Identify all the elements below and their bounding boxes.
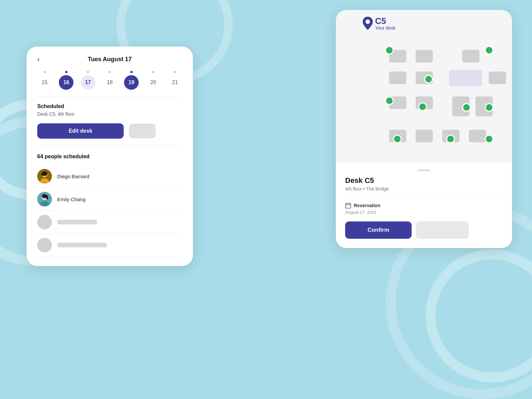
svg-point-4: [41, 173, 43, 176]
calendar-icon: [345, 202, 351, 208]
calendar-dot-row: [37, 71, 182, 73]
avatar: [37, 169, 52, 184]
cal-day-18[interactable]: 18: [102, 75, 117, 90]
cal-dot-15: [37, 71, 52, 73]
desk-indicator: [385, 96, 394, 105]
desk-indicator: [385, 46, 394, 55]
person-name: Emily Chang: [57, 197, 85, 202]
desk-block: [449, 70, 482, 86]
desk-subtitle: Your desk: [375, 25, 396, 31]
svg-point-10: [365, 20, 370, 24]
avatar-placeholder: [37, 238, 52, 252]
divider-2: [37, 145, 182, 146]
list-item: [37, 234, 182, 257]
desk-block: [462, 50, 479, 63]
cal-day-15[interactable]: 15: [37, 75, 52, 90]
desk-indicator: [462, 103, 471, 112]
avatar: [37, 192, 52, 206]
back-button[interactable]: ‹: [37, 55, 40, 64]
name-placeholder: [57, 243, 107, 247]
cal-dot-21: [168, 71, 182, 73]
people-count: 64 people scheduled: [37, 154, 182, 160]
desk-label-text: C5 Your desk: [375, 17, 396, 31]
cal-day-19[interactable]: 19: [124, 75, 139, 90]
person-name: Diego Barnard: [57, 174, 89, 179]
desk-code: C5: [375, 17, 396, 25]
desk-indicator: [446, 135, 455, 143]
scheduled-desk: Desk C5, 4th floor: [37, 111, 182, 117]
desk-block: [469, 130, 486, 142]
svg-rect-11: [345, 203, 351, 208]
edit-desk-row: Edit desk: [37, 123, 182, 139]
desk-detail-sheet: Desk C5 4th floor • The Bridge Reservati…: [336, 163, 512, 248]
divider-1: [37, 96, 182, 97]
left-phone-card: ‹ Tues August 17 15 16 17 18 19 20 21 Sc…: [27, 47, 193, 266]
location-pin-icon: [362, 17, 373, 30]
calendar-days: 15 16 17 18 19 20 21: [37, 75, 182, 90]
wave-decoration-3: [426, 249, 532, 382]
sheet-button-row: Confirm: [345, 221, 503, 239]
desk-location-label: C5 Your desk: [362, 17, 396, 31]
desk-indicator: [418, 102, 427, 111]
name-placeholder: [57, 220, 97, 224]
list-item: [37, 211, 182, 234]
scheduled-section: Scheduled Desk C5, 4th floor Edit desk: [37, 103, 182, 139]
svg-point-9: [46, 196, 48, 200]
cal-dot-20: [146, 71, 161, 73]
desk-indicator: [485, 135, 493, 143]
cal-dot-17: [81, 71, 95, 73]
cal-day-21[interactable]: 21: [168, 75, 182, 90]
cal-day-20[interactable]: 20: [146, 75, 161, 90]
list-item: Emily Chang: [37, 188, 182, 211]
list-item: Diego Barnard: [37, 165, 182, 188]
people-section: 64 people scheduled Diego Barnard: [37, 154, 182, 257]
calendar-header: ‹ Tues August 17: [37, 56, 182, 63]
cal-dot-18: [102, 71, 117, 73]
reservation-date: August 17, 2021: [345, 210, 503, 215]
right-phone-card: C5 Your desk: [336, 10, 512, 248]
header-title: Tues August 17: [88, 56, 132, 63]
cal-day-16[interactable]: 16: [59, 75, 73, 90]
floor-map: C5 Your desk: [336, 10, 512, 163]
sheet-divider: [345, 197, 503, 197]
desk-info: 4th floor • The Bridge: [345, 186, 503, 192]
cal-dot-16: [59, 71, 73, 73]
edit-desk-button[interactable]: Edit desk: [37, 123, 124, 139]
desk-indicator: [485, 103, 493, 112]
reservation-row: Reservation: [345, 202, 503, 208]
desk-indicator: [485, 46, 493, 55]
sheet-secondary-button-placeholder: [416, 221, 469, 239]
desk-indicator: [393, 135, 402, 143]
reservation-label: Reservation: [354, 203, 380, 208]
cal-day-17[interactable]: 17: [81, 75, 95, 90]
scheduled-label: Scheduled: [37, 103, 182, 109]
desk-block: [416, 130, 433, 142]
desk-title: Desk C5: [345, 176, 503, 185]
desk-block: [489, 71, 506, 84]
desk-indicator: [424, 75, 433, 83]
edit-btn-placeholder: [129, 124, 156, 138]
desk-block: [416, 50, 433, 63]
sheet-handle: [417, 170, 431, 171]
avatar-placeholder: [37, 215, 52, 229]
desk-block: [389, 71, 406, 84]
cal-dot-19: [124, 71, 139, 73]
confirm-button[interactable]: Confirm: [345, 221, 412, 239]
